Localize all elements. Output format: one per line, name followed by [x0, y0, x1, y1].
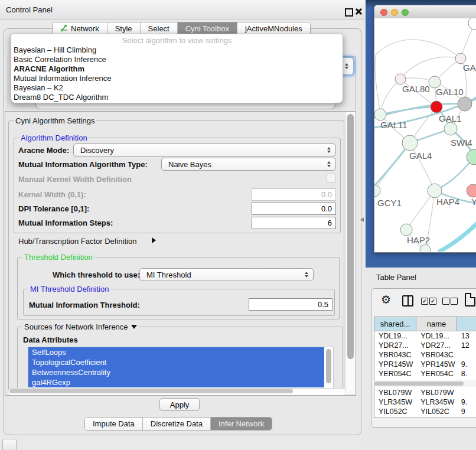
group-border-fragment — [356, 56, 356, 110]
tab-impute-data[interactable]: Impute Data — [85, 418, 143, 430]
network-node[interactable] — [458, 97, 472, 111]
network-node[interactable] — [467, 184, 476, 197]
attributes-list-scrollbar[interactable] — [325, 348, 332, 387]
mi-threshold-field[interactable] — [249, 298, 332, 311]
network-node[interactable] — [444, 122, 457, 135]
network-edge[interactable] — [375, 55, 380, 115]
table-row[interactable]: YER054CYER054C8. — [374, 369, 476, 379]
combo-arrows-icon — [327, 161, 331, 167]
network-node[interactable] — [374, 185, 380, 197]
node-label-y: Y — [471, 197, 476, 207]
file-icon[interactable] — [465, 293, 475, 306]
tab-style[interactable]: Style — [107, 22, 141, 35]
sources-group-title-text: Sources for Network Inference — [24, 322, 128, 331]
window-close-icon[interactable] — [380, 9, 387, 16]
float-panel-icon[interactable] — [345, 8, 353, 17]
scrollbar-thumb[interactable] — [326, 349, 331, 383]
table-row[interactable]: YBL079WYBL079W — [374, 388, 476, 397]
network-edge[interactable] — [438, 213, 476, 252]
collapsed-panel-button[interactable] — [2, 439, 17, 450]
attribute-item-gal4rgexp[interactable]: gal4RGexp — [28, 377, 324, 387]
table-row[interactable]: YDR27...YDR27...12 — [374, 341, 476, 350]
node-label-gal: GAL — [463, 63, 476, 73]
algorithm-option-mutual-information-inference[interactable]: Mutual Information Inference — [13, 74, 111, 83]
column-header-shared[interactable]: shared... — [374, 317, 416, 331]
mi-algorithm-type-value: Naive Bayes — [168, 160, 211, 169]
scrollbar-thumb[interactable] — [347, 114, 354, 359]
network-node[interactable] — [429, 76, 441, 88]
algorithm-option-bayesian-hill-climbing[interactable]: Bayesian – Hill Climbing — [13, 45, 96, 55]
network-canvas[interactable]: GALGAL80GAL10GAL1GAL11SWI4GAL4GCY1HAP4YH… — [374, 18, 476, 252]
table-cell — [457, 388, 476, 397]
hub-definition-expander-label[interactable]: Hub/Transcription Factor Definition — [18, 237, 136, 246]
tab-label: Infer Network — [219, 419, 264, 428]
aracne-mode-select[interactable]: Discovery — [73, 144, 336, 156]
algorithm-option-basic-correlation-inference[interactable]: Basic Correlation Inference — [13, 55, 106, 64]
network-node[interactable] — [468, 18, 476, 30]
table-horizontal-scrollbar[interactable] — [373, 380, 476, 387]
data-attributes-list[interactable]: SelfLoopsTopologicalCoefficientBetweenne… — [28, 347, 334, 389]
dpi-tolerance-field[interactable] — [252, 203, 336, 215]
network-edge[interactable] — [374, 143, 410, 188]
table-row[interactable]: YIL052CYIL052C9 — [374, 407, 476, 416]
window-zoom-icon[interactable] — [402, 9, 409, 16]
scrollbar-thumb[interactable] — [374, 381, 464, 386]
gear-icon[interactable]: ⚙ — [381, 294, 391, 306]
table-row[interactable]: YLR345WYLR345W9. — [374, 397, 476, 407]
settings-vertical-scrollbar[interactable] — [345, 112, 356, 394]
select-all-check-icon[interactable]: ✓ — [429, 298, 436, 305]
combo-arrows-icon — [327, 147, 331, 153]
attribute-item-selfloops[interactable]: SelfLoops — [28, 347, 324, 357]
attribute-item-betweennesscentrality[interactable]: BetweennessCentrality — [28, 367, 324, 377]
tab-select[interactable]: Select — [141, 22, 178, 35]
group-border-fragment — [342, 56, 356, 57]
table-cell: YIL052C — [374, 407, 416, 416]
table-row[interactable]: YBR043CYBR043C — [374, 350, 476, 360]
table-row[interactable]: YPR145WYPR145W9. — [374, 360, 476, 369]
network-edge[interactable] — [376, 40, 461, 58]
group-border-fragment — [8, 56, 8, 110]
deselect-all-icon[interactable] — [442, 298, 449, 305]
table-row[interactable]: YDL19...YDL19...13 — [374, 331, 476, 341]
collapse-down-icon[interactable] — [131, 325, 137, 329]
network-node[interactable] — [467, 149, 476, 165]
split-columns-icon[interactable] — [402, 295, 413, 306]
network-node[interactable] — [428, 184, 442, 198]
mi-algorithm-type-select[interactable]: Naive Bayes — [161, 158, 336, 171]
manual-kernel-width-checkbox[interactable] — [327, 174, 336, 183]
select-all-check-icon[interactable]: ✓ — [421, 298, 428, 305]
attribute-item-topologicalcoefficient[interactable]: TopologicalCoefficient — [28, 357, 324, 367]
column-header-name[interactable]: name — [416, 317, 457, 331]
table-cell: YDR27... — [416, 341, 457, 350]
column-header-cut[interactable] — [457, 317, 476, 331]
scrollbar-thumb[interactable] — [9, 389, 293, 393]
window-minimize-icon[interactable] — [391, 9, 398, 16]
network-node[interactable] — [402, 135, 418, 151]
tab-jactivemnodules[interactable]: jActiveMNodules — [237, 22, 310, 35]
algorithm-option-aracne-algorithm[interactable]: ARACNE Algorithm — [13, 64, 84, 74]
algorithm-option-bayesian-k2[interactable]: Bayesian – K2 — [13, 83, 63, 93]
tab-cyni-toolbox[interactable]: Cyni Toolbox — [178, 22, 237, 35]
settings-horizontal-scrollbar[interactable] — [8, 388, 347, 396]
cyni-toolbox-tabbar: Impute DataDiscretize DataInfer Network — [84, 417, 272, 431]
network-node[interactable] — [400, 224, 412, 236]
sources-group-title[interactable]: Sources for Network Inference — [22, 322, 139, 331]
network-node[interactable] — [420, 244, 431, 252]
network-node[interactable] — [431, 101, 442, 113]
kernel-width-field[interactable] — [252, 188, 336, 201]
network-edge[interactable] — [400, 57, 461, 79]
expander-right-icon[interactable] — [152, 237, 156, 243]
tab-network[interactable]: Network — [53, 22, 107, 35]
tab-discretize-data[interactable]: Discretize Data — [143, 418, 211, 430]
network-node[interactable] — [374, 109, 386, 120]
split-pane-collapse-icon[interactable] — [360, 217, 364, 222]
apply-button[interactable]: Apply — [159, 398, 200, 411]
which-threshold-select[interactable]: MI Threshold — [139, 268, 314, 281]
table-cell: YDL19... — [374, 331, 416, 341]
close-panel-icon[interactable] — [355, 8, 362, 15]
tab-infer-network[interactable]: Infer Network — [211, 418, 272, 430]
algorithm-option-dream8-dc-tdc-algorithm[interactable]: Dream8 DC_TDC Algorithm — [13, 93, 108, 102]
network-node[interactable] — [395, 74, 406, 84]
deselect-all-icon[interactable] — [451, 298, 458, 305]
mi-steps-field[interactable] — [252, 217, 336, 229]
